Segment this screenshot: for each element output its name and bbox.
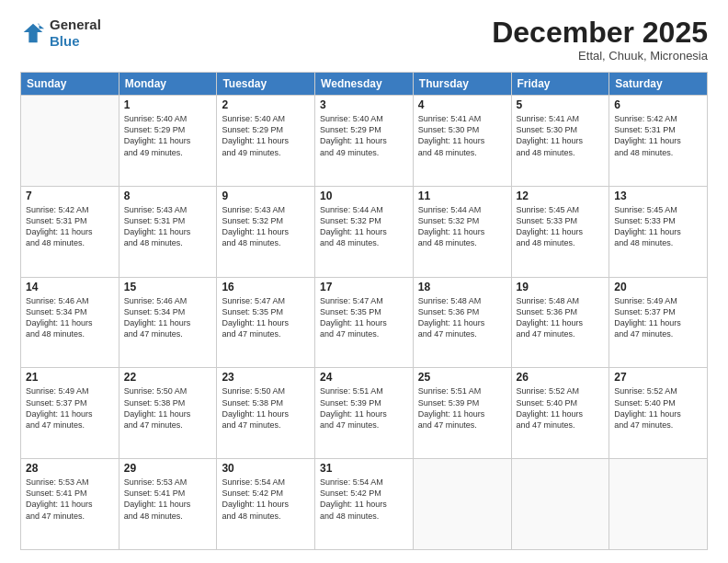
day-info: Sunrise: 5:47 AM Sunset: 5:35 PM Dayligh… [320,295,408,340]
day-info: Sunrise: 5:51 AM Sunset: 5:39 PM Dayligh… [418,385,506,431]
day-cell: 19Sunrise: 5:48 AM Sunset: 5:36 PM Dayli… [511,277,609,368]
day-info: Sunrise: 5:40 AM Sunset: 5:29 PM Dayligh… [124,113,212,158]
header: General Blue December 2025 Ettal, Chuuk,… [20,17,708,63]
day-number: 31 [320,462,408,475]
day-cell: 27Sunrise: 5:52 AM Sunset: 5:40 PM Dayli… [609,368,708,459]
col-header-sunday: Sunday [21,73,119,96]
day-info: Sunrise: 5:40 AM Sunset: 5:29 PM Dayligh… [222,113,310,158]
col-header-thursday: Thursday [413,73,511,96]
day-cell: 14Sunrise: 5:46 AM Sunset: 5:34 PM Dayli… [21,277,119,368]
week-row-4: 28Sunrise: 5:53 AM Sunset: 5:41 PM Dayli… [21,459,708,550]
logo: General Blue [20,17,101,50]
day-info: Sunrise: 5:43 AM Sunset: 5:32 PM Dayligh… [222,204,310,249]
col-header-saturday: Saturday [609,73,708,96]
day-number: 22 [124,371,212,384]
day-cell: 17Sunrise: 5:47 AM Sunset: 5:35 PM Dayli… [315,277,414,368]
day-number: 18 [418,281,506,293]
day-info: Sunrise: 5:41 AM Sunset: 5:30 PM Dayligh… [418,113,506,158]
day-info: Sunrise: 5:53 AM Sunset: 5:41 PM Dayligh… [124,477,212,522]
day-number: 6 [614,98,702,111]
day-cell [609,459,708,550]
day-info: Sunrise: 5:52 AM Sunset: 5:40 PM Dayligh… [517,385,605,431]
day-number: 29 [124,462,212,475]
day-number: 17 [320,281,408,293]
day-cell: 13Sunrise: 5:45 AM Sunset: 5:33 PM Dayli… [609,186,708,277]
day-cell: 5Sunrise: 5:41 AM Sunset: 5:30 PM Daylig… [511,96,609,187]
day-cell: 28Sunrise: 5:53 AM Sunset: 5:41 PM Dayli… [21,459,119,550]
day-info: Sunrise: 5:54 AM Sunset: 5:42 PM Dayligh… [320,477,408,522]
day-cell: 11Sunrise: 5:44 AM Sunset: 5:32 PM Dayli… [413,186,511,277]
logo-blue: Blue [50,33,101,50]
day-cell: 21Sunrise: 5:49 AM Sunset: 5:37 PM Dayli… [21,368,119,459]
col-header-tuesday: Tuesday [217,73,315,96]
day-info: Sunrise: 5:45 AM Sunset: 5:33 PM Dayligh… [517,204,605,249]
page: General Blue December 2025 Ettal, Chuuk,… [0,0,728,563]
day-info: Sunrise: 5:48 AM Sunset: 5:36 PM Dayligh… [517,295,605,340]
day-info: Sunrise: 5:42 AM Sunset: 5:31 PM Dayligh… [614,113,702,158]
day-number: 15 [124,281,212,293]
day-number: 30 [222,462,310,475]
day-cell: 7Sunrise: 5:42 AM Sunset: 5:31 PM Daylig… [21,186,119,277]
day-cell: 25Sunrise: 5:51 AM Sunset: 5:39 PM Dayli… [413,368,511,459]
day-info: Sunrise: 5:47 AM Sunset: 5:35 PM Dayligh… [222,295,310,340]
day-number: 28 [26,462,114,475]
day-number: 24 [320,371,408,384]
day-number: 25 [418,371,506,384]
day-cell: 29Sunrise: 5:53 AM Sunset: 5:41 PM Dayli… [119,459,217,550]
day-cell: 12Sunrise: 5:45 AM Sunset: 5:33 PM Dayli… [511,186,609,277]
col-header-monday: Monday [119,73,217,96]
day-info: Sunrise: 5:51 AM Sunset: 5:39 PM Dayligh… [320,385,408,431]
day-number: 27 [614,371,702,384]
day-number: 19 [517,281,605,293]
day-info: Sunrise: 5:49 AM Sunset: 5:37 PM Dayligh… [614,295,702,340]
day-info: Sunrise: 5:46 AM Sunset: 5:34 PM Dayligh… [26,295,114,340]
day-info: Sunrise: 5:40 AM Sunset: 5:29 PM Dayligh… [320,113,408,158]
day-cell: 22Sunrise: 5:50 AM Sunset: 5:38 PM Dayli… [119,368,217,459]
week-row-3: 21Sunrise: 5:49 AM Sunset: 5:37 PM Dayli… [21,368,708,459]
week-row-1: 7Sunrise: 5:42 AM Sunset: 5:31 PM Daylig… [21,186,708,277]
day-number: 8 [124,190,212,202]
day-number: 11 [418,190,506,202]
day-cell: 24Sunrise: 5:51 AM Sunset: 5:39 PM Dayli… [315,368,414,459]
day-cell [511,459,609,550]
logo-general: General [50,17,101,33]
day-cell: 26Sunrise: 5:52 AM Sunset: 5:40 PM Dayli… [511,368,609,459]
day-number: 1 [124,98,212,111]
day-number: 4 [418,98,506,111]
day-cell [413,459,511,550]
day-cell: 1Sunrise: 5:40 AM Sunset: 5:29 PM Daylig… [119,96,217,187]
day-cell: 8Sunrise: 5:43 AM Sunset: 5:31 PM Daylig… [119,186,217,277]
day-info: Sunrise: 5:50 AM Sunset: 5:38 PM Dayligh… [124,385,212,431]
day-info: Sunrise: 5:43 AM Sunset: 5:31 PM Dayligh… [124,204,212,249]
day-cell: 15Sunrise: 5:46 AM Sunset: 5:34 PM Dayli… [119,277,217,368]
day-number: 12 [517,190,605,202]
col-header-wednesday: Wednesday [315,73,414,96]
day-info: Sunrise: 5:41 AM Sunset: 5:30 PM Dayligh… [517,113,605,158]
day-cell: 23Sunrise: 5:50 AM Sunset: 5:38 PM Dayli… [217,368,315,459]
title-block: December 2025 Ettal, Chuuk, Micronesia [492,17,708,63]
logo-icon [20,20,46,46]
calendar-header-row: SundayMondayTuesdayWednesdayThursdayFrid… [21,73,708,96]
day-cell: 20Sunrise: 5:49 AM Sunset: 5:37 PM Dayli… [609,277,708,368]
day-info: Sunrise: 5:52 AM Sunset: 5:40 PM Dayligh… [614,385,702,431]
day-number: 13 [614,190,702,202]
day-info: Sunrise: 5:48 AM Sunset: 5:36 PM Dayligh… [418,295,506,340]
day-info: Sunrise: 5:54 AM Sunset: 5:42 PM Dayligh… [222,477,310,522]
day-cell: 31Sunrise: 5:54 AM Sunset: 5:42 PM Dayli… [315,459,414,550]
day-info: Sunrise: 5:46 AM Sunset: 5:34 PM Dayligh… [124,295,212,340]
day-cell [21,96,119,187]
day-info: Sunrise: 5:44 AM Sunset: 5:32 PM Dayligh… [418,204,506,249]
day-number: 9 [222,190,310,202]
day-number: 7 [26,190,114,202]
day-cell: 30Sunrise: 5:54 AM Sunset: 5:42 PM Dayli… [217,459,315,550]
day-number: 10 [320,190,408,202]
svg-marker-1 [38,24,44,29]
calendar: SundayMondayTuesdayWednesdayThursdayFrid… [20,72,708,550]
month-title: December 2025 [492,17,708,49]
day-cell: 3Sunrise: 5:40 AM Sunset: 5:29 PM Daylig… [315,96,414,187]
day-info: Sunrise: 5:42 AM Sunset: 5:31 PM Dayligh… [26,204,114,249]
day-number: 5 [517,98,605,111]
day-number: 23 [222,371,310,384]
day-number: 21 [26,371,114,384]
day-info: Sunrise: 5:44 AM Sunset: 5:32 PM Dayligh… [320,204,408,249]
